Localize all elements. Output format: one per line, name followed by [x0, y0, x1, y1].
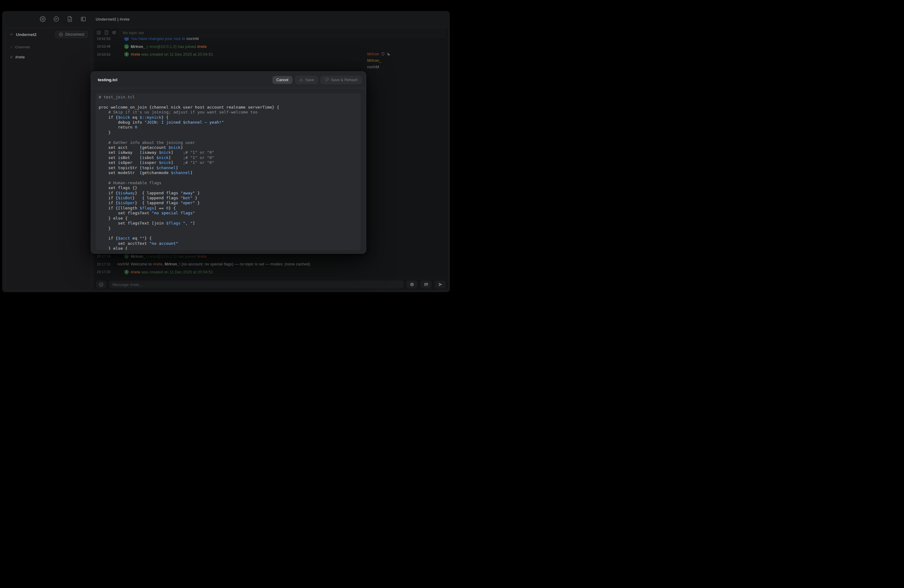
disconnect-label: Disconnect	[65, 32, 84, 36]
save-icon	[299, 78, 303, 82]
message-text: MrIron_ (~iron@10.0.1.3) has joined #ret…	[131, 44, 207, 49]
nick-change-icon	[124, 38, 129, 41]
shield-icon	[381, 52, 385, 56]
app-window: Undernet2 | #rete Undernet2 Disconnect C…	[2, 11, 450, 292]
message-text: #rete was created on 11 Dec 2025 at 20:0…	[131, 270, 213, 274]
desktop-backdrop: Undernet2 | #rete Undernet2 Disconnect C…	[0, 0, 452, 294]
code-line: set modeStr [getchanmode $channel]	[99, 171, 361, 175]
code-line: set flags {}	[99, 185, 361, 190]
user-nick: norIrM	[367, 65, 379, 69]
sidebar-item-rete[interactable]: # #rete	[6, 54, 91, 60]
chat-message: 19:53:49→MrIron_ (~iron@10.0.1.3) has jo…	[93, 43, 405, 51]
code-line	[99, 175, 361, 180]
timestamp: 20:17:15	[97, 262, 111, 266]
code-line: proc welcome_on_join {channel nick user …	[99, 105, 361, 110]
window-title: Undernet2 | #rete	[96, 11, 130, 27]
code-line: return 0	[99, 125, 361, 130]
info-icon: i	[124, 52, 129, 57]
hash-icon: #	[10, 55, 13, 59]
topic-bar: No topic set	[93, 28, 448, 38]
timestamp: 19:53:53	[97, 52, 111, 56]
log-list-icon[interactable]	[96, 30, 101, 35]
message-gutter: i	[111, 52, 129, 57]
code-line: # Gather info about the joining user	[99, 140, 361, 145]
chevron-down-icon	[9, 45, 13, 49]
save-rehash-button[interactable]: Save & Rehash	[321, 76, 362, 84]
code-line: if {$acct eq ""} {	[99, 236, 361, 241]
check-circle-icon[interactable]	[96, 280, 106, 288]
code-line: } else {	[99, 246, 361, 250]
titlebar: Undernet2 | #rete	[2, 11, 450, 27]
chat-message: 19:52:53You have changed your nick to no…	[93, 38, 405, 43]
code-lines: # test_join.tclproc welcome_on_join {cha…	[99, 95, 361, 250]
channel-name: #rete	[15, 55, 25, 59]
code-line: if {[llength $flags] == 0} {	[99, 206, 361, 211]
refresh-icon	[325, 78, 329, 82]
dialog-header: testing.tcl Cancel Save Save & Rehash	[91, 72, 366, 88]
code-line: set isBot [isbot $nick] ;# "1" or "0"	[99, 155, 361, 160]
code-line: if {$isBot} { lappend flags "bot" }	[99, 196, 361, 201]
server-row[interactable]: Undernet2 Disconnect	[6, 28, 91, 38]
cancel-button[interactable]: Cancel	[272, 76, 292, 84]
cancel-label: Cancel	[277, 78, 288, 82]
code-line: # test_join.tcl	[99, 95, 361, 100]
user-list-item[interactable]: MrIron_	[362, 57, 405, 64]
toolbar	[2, 11, 91, 27]
code-line: set isAway [isaway $nick] ;# "1" or "0"	[99, 150, 361, 155]
join-icon: →	[124, 44, 129, 49]
timestamp: 20:17:20	[97, 270, 111, 274]
message-gutter: →	[111, 44, 129, 49]
connection-icon	[59, 32, 63, 36]
emoji-icon[interactable]	[406, 280, 417, 288]
connection-icon[interactable]	[53, 16, 59, 22]
dialog-title: testing.tcl	[98, 77, 272, 82]
message-gutter: norIrM	[111, 262, 129, 266]
code-line: set isOper [isoper $nick] ;# "1" or "0"	[99, 160, 361, 165]
code-line: set flagsText "no special flags"	[99, 211, 361, 216]
code-line: debug info "JOIN: I joined $channel — ye…	[99, 120, 361, 125]
code-line: } else {	[99, 216, 361, 221]
code-line: set topicStr [topic $channel]	[99, 166, 361, 171]
sender-nick[interactable]: norIrM	[117, 262, 129, 266]
message-gutter	[111, 38, 129, 41]
message-gutter: i	[111, 270, 129, 274]
code-line: if {$isAway} { lappend flags "away" }	[99, 191, 361, 196]
user-nick: MrIron_	[367, 58, 382, 63]
user-nick: MrIron	[367, 52, 379, 56]
chevron-down-icon[interactable]	[9, 32, 14, 36]
info-icon: i	[124, 270, 129, 274]
user-list-item[interactable]: norIrM	[362, 64, 405, 70]
chat-message: 19:53:53i#rete was created on 11 Dec 202…	[93, 51, 405, 58]
channels-header[interactable]: Channels	[6, 45, 91, 49]
code-line: # Skip if it's us joining; adjust if you…	[99, 110, 361, 115]
send-icon[interactable]	[435, 280, 446, 288]
message-input[interactable]	[109, 280, 404, 288]
save-label: Save	[305, 78, 314, 82]
topic-input[interactable]: No topic set	[119, 29, 446, 36]
messages-top: 19:52:53You have changed your nick to no…	[93, 38, 405, 58]
code-line	[99, 231, 361, 236]
code-editor[interactable]: # test_join.tclproc welcome_on_join {cha…	[96, 93, 361, 250]
script-editor-dialog: testing.tcl Cancel Save Save & Rehash	[91, 71, 366, 254]
filter-icon[interactable]	[112, 30, 117, 35]
code-line: set flagsText [join $flags ", "]	[99, 221, 361, 226]
composer-actions	[406, 280, 446, 288]
message-text: Welcome to #rete, MrIron_! (no account; …	[131, 262, 310, 266]
channels-label: Channels	[15, 45, 30, 49]
disconnect-button[interactable]: Disconnect	[55, 31, 88, 38]
user-list-item[interactable]: MrIron	[362, 51, 405, 57]
file-icon[interactable]	[104, 30, 109, 35]
image-icon[interactable]	[420, 280, 432, 288]
save-button[interactable]: Save	[295, 76, 318, 84]
message-text: MrIron_ (~iron@10.0.1.3) has joined #ret…	[131, 254, 207, 259]
timestamp: 19:52:53	[97, 38, 111, 41]
code-line: set acct [getaccount $nick]	[99, 145, 361, 150]
timestamp: 19:53:49	[97, 44, 111, 48]
code-line: }	[99, 226, 361, 231]
gear-icon[interactable]	[40, 16, 46, 22]
script-file-icon[interactable]	[67, 16, 73, 22]
moon-icon	[387, 52, 391, 56]
timestamp: 20:17:16	[97, 254, 111, 258]
sidebar-toggle-icon[interactable]	[80, 16, 86, 22]
save-rehash-label: Save & Rehash	[331, 78, 357, 82]
